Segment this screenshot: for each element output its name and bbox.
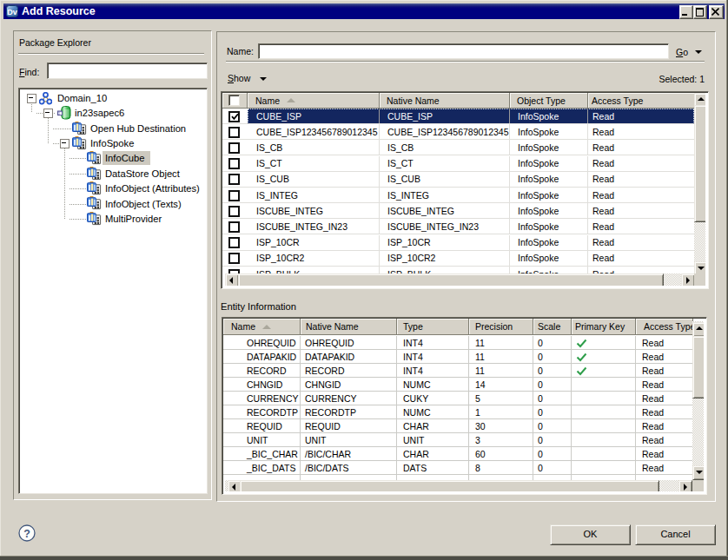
svg-text:?: ?: [23, 528, 30, 540]
svg-text:Dv: Dv: [7, 8, 17, 16]
